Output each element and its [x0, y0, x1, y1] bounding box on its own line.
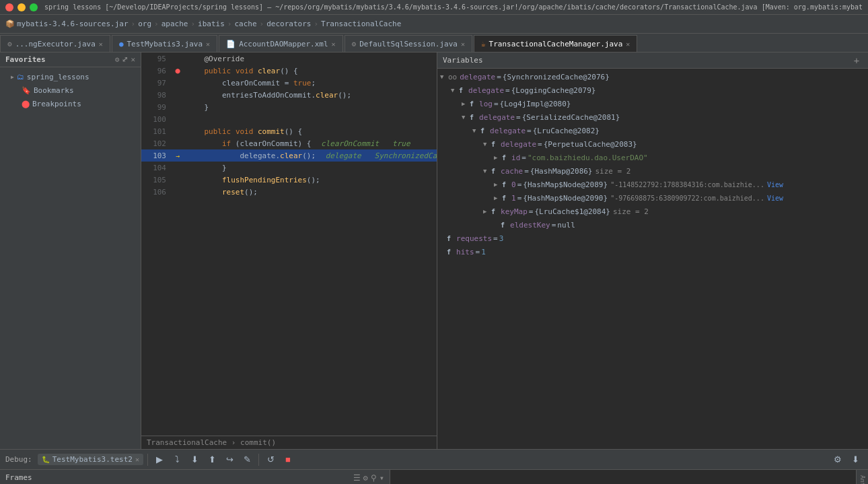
window-controls[interactable]	[5, 3, 38, 11]
line-content: public void clear() {	[184, 67, 298, 75]
view-link-1[interactable]: View	[767, 195, 783, 202]
add-watch-button[interactable]: +	[851, 55, 863, 67]
line-gutter-exec: →	[172, 152, 184, 160]
close-tab-transactionalcachemanager[interactable]: ✕	[626, 40, 630, 48]
exec-arrow-icon: →	[176, 152, 180, 160]
frames-settings-icon[interactable]: ⚙	[363, 473, 368, 483]
editor-tab-bar: ⚙ ...ngExecutor.java ✕ ● TestMybatis3.ja…	[0, 34, 868, 53]
tab-accountdao[interactable]: 📄 AccountDAOMapper.xml ✕	[219, 35, 342, 52]
var-delegate-perpetual[interactable]: ▼ f delegate = {PerpetualCache@2083}	[437, 137, 868, 151]
title-bar: spring_lessons [~/Develop/IDEAProjects/s…	[0, 0, 868, 15]
separator	[147, 454, 148, 466]
close-button[interactable]	[5, 3, 13, 11]
expand-icon[interactable]: ▶	[494, 181, 501, 188]
stop-button[interactable]: ■	[281, 452, 295, 467]
step-out-button[interactable]: ⬆	[205, 452, 219, 467]
frames-actions: ☰ ⚙ ⚲ ▾	[353, 473, 384, 483]
var-id[interactable]: ▶ f id = "com.baizhiedu.dao.UserDAO"	[437, 151, 868, 164]
line-content: flushPendingEntries();	[184, 176, 320, 184]
code-line-106: 106 reset();	[141, 186, 437, 198]
expand-icon[interactable]: ▶	[483, 208, 490, 215]
expand-icon[interactable]: ▶	[462, 100, 468, 107]
debug-session-selector[interactable]: 🐛 TestMybatis3.test2 ✕	[38, 454, 143, 465]
expand-icon[interactable]: ▶	[494, 154, 501, 161]
project-icon: 🗂	[17, 73, 24, 81]
minimize-button[interactable]	[17, 3, 26, 11]
var-keymap[interactable]: ▶ f keyMap = {LruCache$1@2084} size = 2	[437, 205, 868, 218]
breadcrumb-org[interactable]: org	[138, 20, 151, 28]
sidebar-item-label: Breakpoints	[32, 100, 81, 108]
sidebar-item-spring-lessons[interactable]: ▶ 🗂 spring_lessons	[0, 70, 141, 83]
line-number: 96	[141, 67, 172, 75]
breadcrumb-classname[interactable]: TransactionalCache	[321, 20, 401, 28]
art-icon[interactable]: Ant Build	[859, 475, 866, 484]
step-over-button[interactable]: ⤵	[170, 452, 184, 467]
breadcrumb-cache[interactable]: cache	[234, 20, 256, 28]
close-tab-testmybatis[interactable]: ✕	[206, 40, 210, 48]
close-sidebar-icon[interactable]: ✕	[131, 55, 135, 64]
line-number: 104	[141, 164, 172, 172]
var-cache-1[interactable]: ▶ f 1 = {HashMap$Node@2090} "-976698875:…	[437, 191, 868, 205]
var-cache-0[interactable]: ▶ f 0 = {HashMap$Node@2089} "-1148522792…	[437, 178, 868, 191]
frames-collapse-icon[interactable]: ▾	[379, 473, 384, 483]
run-to-cursor-button[interactable]: ↪	[222, 452, 237, 467]
title-text: spring_lessons [~/Develop/IDEAProjects/s…	[44, 3, 863, 11]
expand-icon[interactable]: ⤢	[122, 55, 128, 64]
bottom-panels: Frames ☰ ⚙ ⚲ ▾ ✓ "main"@1 in group "main…	[0, 470, 868, 484]
var-hits[interactable]: f hits = 1	[437, 245, 868, 258]
collapse-icon[interactable]: ▼	[440, 73, 447, 80]
separator2	[258, 454, 259, 466]
tab-defaultsqlsession[interactable]: ⚙ DefaultSqlSession.java ✕	[345, 35, 472, 52]
evaluate-button[interactable]: ✎	[240, 452, 254, 467]
close-tab-accountdao[interactable]: ✕	[332, 40, 336, 48]
collapse-icon[interactable]: ▼	[451, 87, 458, 94]
line-number: 95	[141, 55, 172, 63]
breadcrumb-jar[interactable]: 📦 mybatis-3.4.6-sources.jar	[5, 20, 129, 28]
minimize-debug-button[interactable]: ⬇	[848, 452, 863, 467]
settings-icon[interactable]: ⚙	[115, 55, 120, 64]
var-delegate-serialized[interactable]: ▼ f delegate = {SerializedCache@2081}	[437, 110, 868, 124]
sidebar-item-breakpoints[interactable]: ⬤ Breakpoints	[0, 97, 141, 110]
var-delegate-sync[interactable]: ▼ oo delegate = {SynchronizedCache@2076}	[437, 70, 868, 83]
var-requests[interactable]: f requests = 3	[437, 232, 868, 245]
collapse-icon[interactable]: ▼	[472, 127, 479, 134]
var-cache[interactable]: ▼ f cache = {HashMap@2086} size = 2	[437, 164, 868, 178]
rerun-button[interactable]: ↺	[263, 452, 278, 467]
breadcrumb-decorators[interactable]: decorators	[266, 20, 311, 28]
code-breadcrumb: TransactionalCache › commit()	[141, 436, 437, 449]
expand-icon[interactable]: ▶	[494, 195, 501, 201]
code-lines-scroll[interactable]: 95 @Override 96 ● public void clear() { …	[141, 53, 437, 436]
collapse-icon[interactable]: ▼	[462, 114, 468, 120]
var-log[interactable]: ▶ f log = {Log4jImpl@2080}	[437, 97, 868, 110]
tab-ngexecutor[interactable]: ⚙ ...ngExecutor.java ✕	[0, 35, 110, 52]
variables-list[interactable]: ▼ oo delegate = {SynchronizedCache@2076}…	[437, 69, 868, 449]
collapse-icon[interactable]: ▼	[483, 168, 490, 174]
var-delegate-logging[interactable]: ▼ f delegate = {LoggingCache@2079}	[437, 83, 868, 97]
code-line-104: 104 }	[141, 162, 437, 174]
maximize-button[interactable]	[30, 3, 38, 11]
sidebar-item-bookmarks[interactable]: 🔖 Bookmarks	[0, 83, 141, 97]
tab-transactionalcachemanager[interactable]: ☕ TransactionalCacheManager.java ✕	[474, 35, 637, 52]
resume-button[interactable]: ▶	[152, 452, 167, 467]
frames-filter-icon[interactable]: ⚲	[371, 473, 377, 483]
step-into-button[interactable]: ⬇	[187, 452, 202, 467]
view-link-0[interactable]: View	[767, 181, 783, 188]
breadcrumb-apache[interactable]: apache	[161, 20, 188, 28]
debug-icon: 🐛	[42, 456, 50, 463]
breadcrumb-ibatis[interactable]: ibatis	[198, 20, 225, 28]
close-tab-defaultsqlsession[interactable]: ✕	[461, 40, 465, 48]
close-tab-ngexecutor[interactable]: ✕	[99, 40, 103, 48]
breakpoints-icon: ⬤	[22, 100, 30, 108]
var-delegate-lru[interactable]: ▼ f delegate = {LruCache@2082}	[437, 124, 868, 137]
settings-debug-button[interactable]: ⚙	[830, 452, 845, 467]
var-eldestkey[interactable]: f eldestKey = null	[437, 218, 868, 232]
line-number: 103	[141, 151, 172, 160]
close-session-icon[interactable]: ✕	[135, 456, 139, 463]
sidebar: Favorites ⚙ ⤢ ✕ ▶ 🗂 spring_lessons 🔖 Boo…	[0, 53, 141, 449]
tab-testmybatis[interactable]: ● TestMybatis3.java ✕	[112, 35, 217, 52]
frames-list-icon[interactable]: ☰	[353, 473, 361, 483]
tree-arrow-icon: ▶	[11, 74, 14, 80]
frames-header: Frames ☰ ⚙ ⚲ ▾	[0, 470, 390, 484]
collapse-icon[interactable]: ▼	[483, 141, 490, 147]
sidebar-header: Favorites ⚙ ⤢ ✕	[0, 53, 141, 67]
